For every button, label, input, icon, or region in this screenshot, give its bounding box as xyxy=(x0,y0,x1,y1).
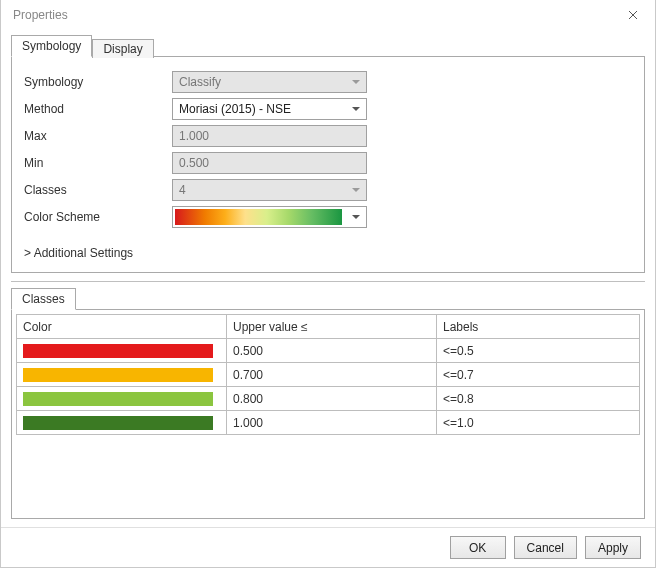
properties-window: Properties Symbology Display Symbology C… xyxy=(0,0,656,568)
min-label: Min xyxy=(24,156,172,170)
cell-color[interactable] xyxy=(17,387,227,411)
ok-button[interactable]: OK xyxy=(450,536,506,559)
chevron-down-icon xyxy=(352,80,360,84)
top-tabstrip: Symbology Display xyxy=(11,34,645,57)
titlebar: Properties xyxy=(1,0,655,30)
table-row[interactable]: 0.700<=0.7 xyxy=(17,363,640,387)
cancel-button[interactable]: Cancel xyxy=(514,536,577,559)
cell-color[interactable] xyxy=(17,339,227,363)
tab-display[interactable]: Display xyxy=(92,39,153,58)
cell-label[interactable]: <=1.0 xyxy=(437,411,640,435)
cell-upper[interactable]: 1.000 xyxy=(227,411,437,435)
classes-tabstrip: Classes xyxy=(11,288,645,310)
cell-upper[interactable]: 0.800 xyxy=(227,387,437,411)
cell-label[interactable]: <=0.8 xyxy=(437,387,640,411)
max-value: 1.000 xyxy=(179,129,209,143)
symbology-label: Symbology xyxy=(24,75,172,89)
cell-label[interactable]: <=0.7 xyxy=(437,363,640,387)
max-label: Max xyxy=(24,129,172,143)
window-title: Properties xyxy=(13,8,68,22)
classes-body: Color Upper value ≤ Labels 0.500<=0.50.7… xyxy=(11,310,645,519)
classes-dropdown: 4 xyxy=(172,179,367,201)
col-header-color[interactable]: Color xyxy=(17,315,227,339)
table-row[interactable]: 0.800<=0.8 xyxy=(17,387,640,411)
color-swatch xyxy=(23,344,213,358)
color-swatch xyxy=(23,368,213,382)
color-swatch xyxy=(23,392,213,406)
additional-settings-toggle[interactable]: > Additional Settings xyxy=(24,246,632,260)
min-value: 0.500 xyxy=(179,156,209,170)
close-button[interactable] xyxy=(610,0,655,30)
symbology-value: Classify xyxy=(179,75,221,89)
method-label: Method xyxy=(24,102,172,116)
chevron-down-icon xyxy=(352,107,360,111)
col-header-upper[interactable]: Upper value ≤ xyxy=(227,315,437,339)
classes-table: Color Upper value ≤ Labels 0.500<=0.50.7… xyxy=(16,314,640,435)
dialog-footer: OK Cancel Apply xyxy=(1,527,655,567)
gradient-preview xyxy=(175,209,342,225)
method-dropdown[interactable]: Moriasi (2015) - NSE xyxy=(172,98,367,120)
symbology-dropdown: Classify xyxy=(172,71,367,93)
cell-upper[interactable]: 0.700 xyxy=(227,363,437,387)
min-input: 0.500 xyxy=(172,152,367,174)
cell-color[interactable] xyxy=(17,363,227,387)
classes-label: Classes xyxy=(24,183,172,197)
tab-classes[interactable]: Classes xyxy=(11,288,76,310)
colorscheme-dropdown[interactable] xyxy=(172,206,367,228)
table-row[interactable]: 0.500<=0.5 xyxy=(17,339,640,363)
method-value: Moriasi (2015) - NSE xyxy=(179,102,291,116)
classes-value: 4 xyxy=(179,183,186,197)
separator xyxy=(11,281,645,282)
cell-label[interactable]: <=0.5 xyxy=(437,339,640,363)
apply-button[interactable]: Apply xyxy=(585,536,641,559)
color-swatch xyxy=(23,416,213,430)
chevron-down-icon xyxy=(352,188,360,192)
close-icon xyxy=(628,10,638,20)
col-header-labels[interactable]: Labels xyxy=(437,315,640,339)
table-row[interactable]: 1.000<=1.0 xyxy=(17,411,640,435)
tab-symbology[interactable]: Symbology xyxy=(11,35,92,57)
cell-upper[interactable]: 0.500 xyxy=(227,339,437,363)
chevron-down-icon xyxy=(352,215,360,219)
colorscheme-label: Color Scheme xyxy=(24,210,172,224)
symbology-panel: Symbology Classify Method Moriasi (2015)… xyxy=(11,57,645,273)
max-input: 1.000 xyxy=(172,125,367,147)
cell-color[interactable] xyxy=(17,411,227,435)
